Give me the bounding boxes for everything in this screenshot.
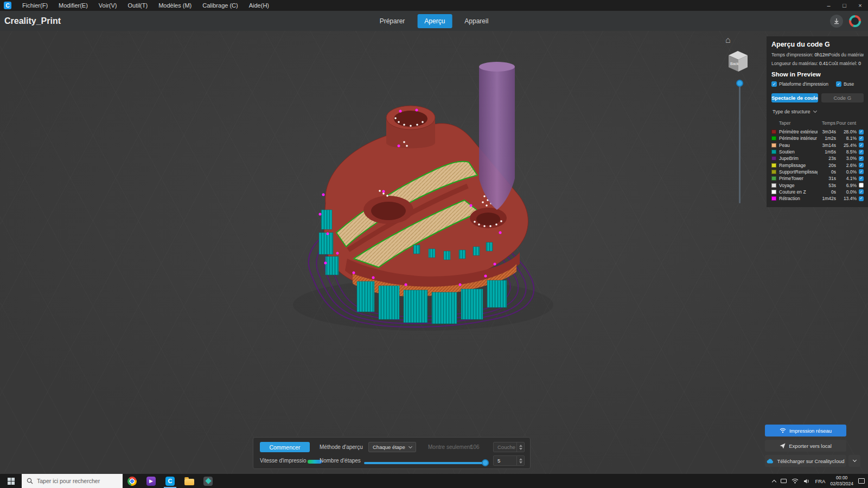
layer-range-slider[interactable]	[737, 81, 743, 203]
type-visibility-checkbox[interactable]: ✓	[859, 150, 864, 155]
structure-table: Périmètre extérieur3m34s28.0%✓Périmètre …	[771, 129, 864, 202]
type-visibility-checkbox[interactable]: ✓	[859, 156, 864, 161]
preview-toggle: ✓Buse	[836, 81, 854, 87]
start-button[interactable]: Commencer	[260, 442, 310, 452]
menu-item[interactable]: Voir(V)	[93, 0, 123, 11]
menu-item[interactable]: Outil(T)	[122, 0, 153, 11]
3d-viewport[interactable]: ⌂ Back Aperçu du code G Temps d'impressi…	[0, 31, 868, 474]
close-button[interactable]: ×	[852, 0, 868, 11]
spinner-arrows[interactable]	[516, 442, 524, 452]
upload-options-button[interactable]	[848, 455, 860, 467]
spinner-arrows[interactable]	[516, 456, 524, 465]
type-color-swatch	[771, 143, 776, 147]
export-actions: Impression réseau Exporter vers local Té…	[765, 425, 863, 467]
type-name: Rétraction	[779, 196, 818, 201]
layer-unit-spinner[interactable]: Couche	[493, 442, 525, 452]
creality-app-icon: C	[165, 477, 175, 486]
structure-type-dropdown[interactable]: Type de structure	[771, 107, 864, 116]
download-icon	[833, 18, 840, 24]
maximize-button[interactable]: □	[837, 0, 852, 11]
preview-toggle: ✓Plateforme d'impression	[771, 81, 828, 87]
upload-cloud-button[interactable]: Télécharger sur Crealitycloud	[765, 455, 846, 467]
taskbar-search[interactable]: Taper ici pour rechercher	[22, 474, 123, 488]
tab-gcode[interactable]: Code G	[821, 93, 864, 102]
tab-color-scheme[interactable]: Spectacle de coule	[771, 93, 818, 102]
tab-apercu[interactable]: Aperçu	[417, 14, 452, 28]
toggle-label: Plateforme d'impression	[779, 81, 828, 87]
minimize-button[interactable]: –	[821, 0, 837, 11]
type-visibility-checkbox[interactable]: ✓	[859, 189, 864, 194]
start-button[interactable]	[0, 474, 22, 488]
creality-logo-icon: C	[4, 2, 11, 9]
structure-row: Voyage53s6.9%	[771, 182, 864, 188]
steps-slider-handle[interactable]	[482, 459, 489, 466]
view-cube[interactable]: Back	[723, 47, 752, 76]
steps-slider[interactable]	[364, 459, 488, 466]
type-time: 31s	[818, 176, 836, 181]
type-name: Soutien	[779, 149, 818, 155]
tab-appareil[interactable]: Appareil	[457, 14, 495, 28]
view-mode-tabs: Préparer Aperçu Appareil	[373, 14, 496, 28]
type-percent: 8.1%	[836, 136, 857, 141]
type-visibility-checkbox[interactable]: ✓	[859, 130, 864, 134]
type-color-swatch	[771, 163, 776, 168]
type-visibility-checkbox[interactable]: ✓	[859, 136, 864, 141]
notification-center-icon[interactable]	[858, 478, 865, 484]
type-visibility-checkbox[interactable]: ✓	[859, 143, 864, 147]
cloud-icon	[767, 459, 774, 464]
app-icon-tool[interactable]	[199, 474, 218, 488]
title-bar: Creality_Print Préparer Aperçu Appareil	[0, 11, 868, 31]
clock[interactable]: 00:00 02/03/2024	[830, 475, 853, 486]
layer-slider-track[interactable]	[739, 81, 741, 203]
menu-item[interactable]: Modèles (M)	[153, 0, 197, 11]
export-local-button[interactable]: Exporter vers local	[765, 440, 846, 452]
stat-label: Temps d'impression:	[771, 52, 815, 57]
type-name: JupeBrim	[779, 156, 818, 161]
volume-icon[interactable]	[803, 478, 810, 484]
layer-slider-handle[interactable]	[736, 80, 743, 87]
menu-item[interactable]: Calibrage (C)	[197, 0, 243, 11]
type-visibility-checkbox[interactable]	[859, 183, 864, 188]
type-percent: 4.1%	[836, 176, 857, 181]
type-time: 23s	[818, 156, 836, 161]
steps-spinner[interactable]: 5	[493, 455, 525, 466]
download-button[interactable]	[830, 15, 843, 28]
menu-item[interactable]: Aide(H)	[244, 0, 275, 11]
type-percent: 28.0%	[836, 129, 857, 134]
checkbox-icon[interactable]: ✓	[836, 81, 841, 87]
search-placeholder: Taper ici pour rechercher	[37, 478, 100, 484]
folder-icon	[184, 479, 194, 485]
display-icon[interactable]	[781, 479, 787, 483]
language-indicator[interactable]: FRA	[815, 478, 825, 484]
window-controls: – □ ×	[821, 0, 868, 11]
app-icon-creality[interactable]: C	[161, 474, 180, 488]
tray-time: 00:00	[830, 475, 853, 481]
menu-item[interactable]: Modifier(E)	[53, 0, 93, 11]
checkbox-icon[interactable]: ✓	[771, 81, 777, 87]
network-print-button[interactable]: Impression réseau	[765, 425, 846, 436]
type-percent: 3.0%	[836, 156, 857, 161]
type-color-swatch	[771, 136, 776, 140]
app-icon-media[interactable]: ▶	[142, 474, 161, 488]
print-speed-label: Vitesse d'impression	[260, 458, 307, 464]
type-visibility-checkbox[interactable]: ✓	[859, 163, 864, 168]
menu-item[interactable]: Fichier(F)	[17, 0, 53, 11]
profile-button[interactable]	[848, 15, 861, 28]
windows-logo-icon	[8, 478, 15, 485]
type-name: Peau	[779, 143, 818, 148]
tab-preparer[interactable]: Préparer	[373, 14, 412, 28]
type-visibility-checkbox[interactable]: ✓	[859, 176, 864, 181]
app-icon-files[interactable]	[180, 474, 199, 488]
home-view-icon[interactable]: ⌂	[725, 35, 731, 45]
tray-expand-icon[interactable]	[772, 479, 776, 484]
preview-mode-tabs: Spectacle de coule Code G	[771, 93, 864, 102]
type-time: 3m34s	[818, 129, 836, 134]
type-visibility-checkbox[interactable]: ✓	[859, 196, 864, 201]
wifi-icon[interactable]	[792, 478, 799, 484]
type-percent: 2.6%	[836, 163, 857, 168]
stat-value: 0h12m49s	[815, 52, 828, 57]
steps-slider-track[interactable]	[364, 462, 488, 464]
app-icon-chrome[interactable]	[123, 474, 142, 488]
type-visibility-checkbox[interactable]: ✓	[859, 169, 864, 174]
preview-method-select[interactable]: Chaque étape	[368, 442, 416, 452]
